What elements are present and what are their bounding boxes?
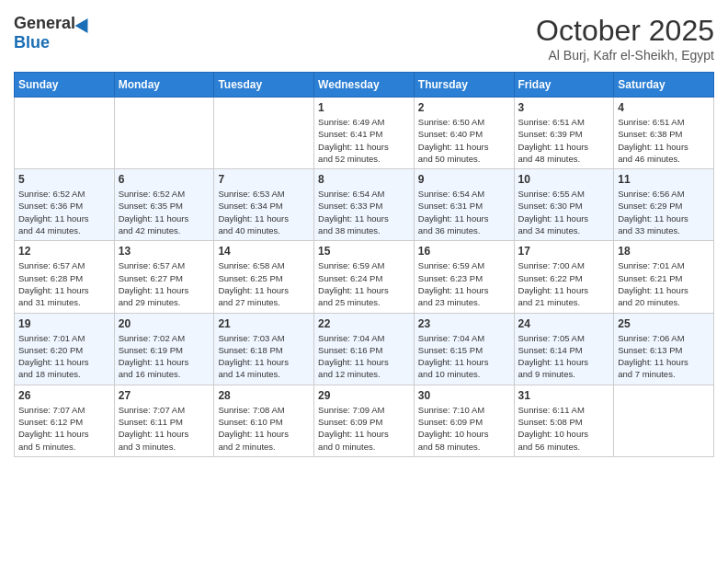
- calendar-cell: 16Sunrise: 6:59 AM Sunset: 6:23 PM Dayli…: [414, 241, 514, 313]
- day-info: Sunrise: 7:03 AM Sunset: 6:18 PM Dayligh…: [218, 332, 310, 381]
- calendar-week-row: 12Sunrise: 6:57 AM Sunset: 6:28 PM Dayli…: [15, 241, 714, 313]
- day-info: Sunrise: 7:08 AM Sunset: 6:10 PM Dayligh…: [218, 404, 310, 453]
- calendar-cell: 4Sunrise: 6:51 AM Sunset: 6:38 PM Daylig…: [614, 98, 714, 169]
- day-info: Sunrise: 7:01 AM Sunset: 6:21 PM Dayligh…: [618, 259, 710, 308]
- calendar-cell: [114, 98, 214, 169]
- day-info: Sunrise: 7:07 AM Sunset: 6:11 PM Dayligh…: [119, 404, 210, 453]
- day-info: Sunrise: 7:06 AM Sunset: 6:13 PM Dayligh…: [618, 332, 710, 381]
- calendar-cell: 13Sunrise: 6:57 AM Sunset: 6:27 PM Dayli…: [114, 241, 214, 313]
- day-info: Sunrise: 6:53 AM Sunset: 6:34 PM Dayligh…: [218, 188, 310, 236]
- day-number: 7: [218, 173, 310, 186]
- calendar-cell: 3Sunrise: 6:51 AM Sunset: 6:39 PM Daylig…: [514, 98, 614, 169]
- calendar-cell: 12Sunrise: 6:57 AM Sunset: 6:28 PM Dayli…: [15, 241, 115, 313]
- day-number: 23: [418, 317, 510, 330]
- calendar-cell: 2Sunrise: 6:50 AM Sunset: 6:40 PM Daylig…: [414, 98, 514, 169]
- day-info: Sunrise: 7:07 AM Sunset: 6:12 PM Dayligh…: [18, 404, 110, 453]
- day-number: 20: [119, 317, 210, 330]
- day-info: Sunrise: 6:51 AM Sunset: 6:38 PM Dayligh…: [618, 116, 710, 165]
- calendar-cell: 22Sunrise: 7:04 AM Sunset: 6:16 PM Dayli…: [314, 313, 415, 385]
- day-info: Sunrise: 6:51 AM Sunset: 6:39 PM Dayligh…: [518, 116, 610, 165]
- calendar-cell: 7Sunrise: 6:53 AM Sunset: 6:34 PM Daylig…: [214, 169, 314, 241]
- day-number: 15: [318, 245, 410, 258]
- calendar-cell: 28Sunrise: 7:08 AM Sunset: 6:10 PM Dayli…: [214, 385, 314, 456]
- day-number: 29: [318, 389, 410, 402]
- calendar-cell: 5Sunrise: 6:52 AM Sunset: 6:36 PM Daylig…: [15, 169, 115, 241]
- day-info: Sunrise: 7:04 AM Sunset: 6:16 PM Dayligh…: [318, 332, 410, 381]
- day-info: Sunrise: 6:55 AM Sunset: 6:30 PM Dayligh…: [518, 188, 610, 236]
- calendar-cell: 21Sunrise: 7:03 AM Sunset: 6:18 PM Dayli…: [214, 313, 314, 385]
- day-info: Sunrise: 7:10 AM Sunset: 6:09 PM Dayligh…: [418, 404, 510, 453]
- calendar-cell: 24Sunrise: 7:05 AM Sunset: 6:14 PM Dayli…: [514, 313, 614, 385]
- day-number: 28: [218, 389, 310, 402]
- logo: General Blue: [14, 14, 92, 52]
- logo-triangle-icon: [75, 14, 95, 32]
- calendar-cell: 17Sunrise: 7:00 AM Sunset: 6:22 PM Dayli…: [514, 241, 614, 313]
- day-number: 12: [18, 245, 110, 258]
- calendar-week-row: 26Sunrise: 7:07 AM Sunset: 6:12 PM Dayli…: [15, 385, 714, 456]
- calendar-cell: 9Sunrise: 6:54 AM Sunset: 6:31 PM Daylig…: [414, 169, 514, 241]
- day-number: 10: [518, 173, 610, 186]
- calendar-cell: 11Sunrise: 6:56 AM Sunset: 6:29 PM Dayli…: [614, 169, 714, 241]
- day-number: 24: [518, 317, 610, 330]
- day-info: Sunrise: 7:05 AM Sunset: 6:14 PM Dayligh…: [518, 332, 610, 381]
- day-info: Sunrise: 6:50 AM Sunset: 6:40 PM Dayligh…: [418, 116, 510, 165]
- day-number: 6: [119, 173, 210, 186]
- day-number: 25: [618, 317, 710, 330]
- day-info: Sunrise: 6:57 AM Sunset: 6:27 PM Dayligh…: [119, 259, 210, 308]
- logo-general-text: General: [14, 14, 75, 33]
- day-number: 17: [518, 245, 610, 258]
- day-info: Sunrise: 6:58 AM Sunset: 6:25 PM Dayligh…: [218, 259, 310, 308]
- calendar-cell: 1Sunrise: 6:49 AM Sunset: 6:41 PM Daylig…: [314, 98, 415, 169]
- weekday-header: Saturday: [614, 73, 714, 98]
- day-number: 13: [119, 245, 210, 258]
- day-info: Sunrise: 6:52 AM Sunset: 6:36 PM Dayligh…: [18, 188, 110, 236]
- day-info: Sunrise: 7:01 AM Sunset: 6:20 PM Dayligh…: [18, 332, 110, 381]
- day-number: 27: [119, 389, 210, 402]
- calendar-cell: 20Sunrise: 7:02 AM Sunset: 6:19 PM Dayli…: [114, 313, 214, 385]
- calendar-table: SundayMondayTuesdayWednesdayThursdayFrid…: [14, 72, 714, 457]
- day-number: 4: [618, 101, 710, 114]
- weekday-header-row: SundayMondayTuesdayWednesdayThursdayFrid…: [15, 73, 714, 98]
- calendar-cell: 23Sunrise: 7:04 AM Sunset: 6:15 PM Dayli…: [414, 313, 514, 385]
- weekday-header: Friday: [514, 73, 614, 98]
- weekday-header: Sunday: [15, 73, 115, 98]
- day-info: Sunrise: 7:04 AM Sunset: 6:15 PM Dayligh…: [418, 332, 510, 381]
- day-number: 18: [618, 245, 710, 258]
- day-number: 22: [318, 317, 410, 330]
- day-number: 5: [18, 173, 110, 186]
- day-number: 8: [318, 173, 410, 186]
- day-info: Sunrise: 6:52 AM Sunset: 6:35 PM Dayligh…: [119, 188, 210, 236]
- day-number: 21: [218, 317, 310, 330]
- day-info: Sunrise: 6:56 AM Sunset: 6:29 PM Dayligh…: [618, 188, 710, 236]
- month-title: October 2025: [536, 14, 714, 48]
- calendar-cell: 27Sunrise: 7:07 AM Sunset: 6:11 PM Dayli…: [114, 385, 214, 456]
- day-number: 14: [218, 245, 310, 258]
- calendar-cell: [614, 385, 714, 456]
- calendar-cell: [15, 98, 115, 169]
- day-info: Sunrise: 7:00 AM Sunset: 6:22 PM Dayligh…: [518, 259, 610, 308]
- day-number: 16: [418, 245, 510, 258]
- weekday-header: Tuesday: [214, 73, 314, 98]
- calendar-cell: 8Sunrise: 6:54 AM Sunset: 6:33 PM Daylig…: [314, 169, 415, 241]
- day-info: Sunrise: 6:59 AM Sunset: 6:24 PM Dayligh…: [318, 259, 410, 308]
- calendar-cell: 18Sunrise: 7:01 AM Sunset: 6:21 PM Dayli…: [614, 241, 714, 313]
- page-header: General Blue October 2025 Al Burj, Kafr …: [14, 14, 714, 63]
- day-number: 30: [418, 389, 510, 402]
- title-block: October 2025 Al Burj, Kafr el-Sheikh, Eg…: [536, 14, 714, 63]
- calendar-cell: 25Sunrise: 7:06 AM Sunset: 6:13 PM Dayli…: [614, 313, 714, 385]
- day-number: 11: [618, 173, 710, 186]
- day-info: Sunrise: 6:49 AM Sunset: 6:41 PM Dayligh…: [318, 116, 410, 165]
- location-text: Al Burj, Kafr el-Sheikh, Egypt: [536, 48, 714, 63]
- calendar-cell: 26Sunrise: 7:07 AM Sunset: 6:12 PM Dayli…: [15, 385, 115, 456]
- day-number: 31: [518, 389, 610, 402]
- calendar-cell: 15Sunrise: 6:59 AM Sunset: 6:24 PM Dayli…: [314, 241, 415, 313]
- day-number: 3: [518, 101, 610, 114]
- calendar-cell: 19Sunrise: 7:01 AM Sunset: 6:20 PM Dayli…: [15, 313, 115, 385]
- day-info: Sunrise: 6:11 AM Sunset: 5:08 PM Dayligh…: [518, 404, 610, 453]
- weekday-header: Monday: [114, 73, 214, 98]
- calendar-cell: 29Sunrise: 7:09 AM Sunset: 6:09 PM Dayli…: [314, 385, 415, 456]
- day-info: Sunrise: 6:54 AM Sunset: 6:33 PM Dayligh…: [318, 188, 410, 236]
- calendar-cell: 30Sunrise: 7:10 AM Sunset: 6:09 PM Dayli…: [414, 385, 514, 456]
- calendar-cell: 14Sunrise: 6:58 AM Sunset: 6:25 PM Dayli…: [214, 241, 314, 313]
- calendar-cell: 10Sunrise: 6:55 AM Sunset: 6:30 PM Dayli…: [514, 169, 614, 241]
